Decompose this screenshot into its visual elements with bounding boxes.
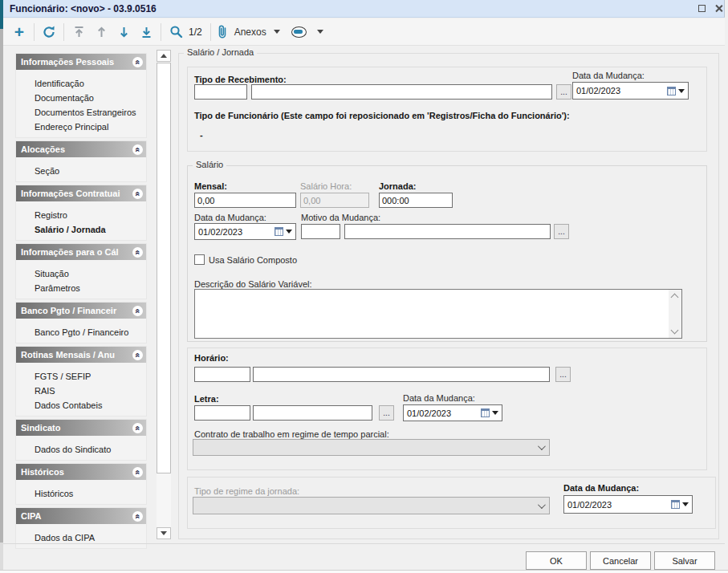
sidebar-item[interactable]: Identificação bbox=[16, 76, 146, 91]
search-button[interactable] bbox=[166, 22, 185, 43]
letra-date-field[interactable]: 01/02/2023 bbox=[403, 404, 502, 421]
sidebar-item[interactable]: Documentação bbox=[16, 91, 146, 105]
toolbar-separator bbox=[34, 23, 35, 41]
letra-lookup-button[interactable]: ... bbox=[379, 405, 394, 421]
recebimento-date-value: 01/02/2023 bbox=[573, 86, 664, 96]
collapse-chevron-icon[interactable] bbox=[132, 423, 143, 433]
anexos-dropdown-icon[interactable] bbox=[274, 30, 280, 34]
ok-button[interactable]: OK bbox=[526, 551, 587, 570]
toolbar-separator bbox=[63, 23, 64, 41]
collapse-chevron-icon[interactable] bbox=[132, 57, 143, 67]
collapse-chevron-icon[interactable] bbox=[132, 247, 143, 258]
horario-label: Horário: bbox=[194, 353, 229, 363]
collapse-chevron-icon[interactable] bbox=[132, 144, 143, 155]
sidebar-item[interactable]: FGTS / SEFIP bbox=[16, 369, 146, 384]
close-button[interactable] bbox=[714, 3, 724, 14]
print-button[interactable] bbox=[290, 22, 309, 43]
salario-date-field[interactable]: 01/02/2023 bbox=[194, 223, 296, 240]
sidebar-section-header[interactable]: Alocações bbox=[16, 141, 146, 157]
sidebar-section-header[interactable]: Sindicato bbox=[16, 420, 146, 436]
scroll-up-button[interactable] bbox=[157, 50, 171, 62]
sidebar-item[interactable]: Salário / Jornada bbox=[16, 222, 146, 237]
descricao-salario-textarea[interactable] bbox=[195, 290, 668, 338]
collapse-chevron-icon[interactable] bbox=[132, 189, 143, 199]
sidebar-section-header[interactable]: Informações Pessoais bbox=[16, 54, 146, 70]
scrollbar-thumb[interactable] bbox=[157, 63, 171, 473]
tipo-recebimento-code-input[interactable] bbox=[194, 84, 247, 100]
sidebar-scrollbar[interactable] bbox=[157, 50, 171, 539]
sidebar-section-header[interactable]: Banco Pgto / Financeir bbox=[16, 303, 146, 319]
sidebar-item[interactable]: Parâmetros bbox=[16, 281, 146, 295]
horario-lookup-button[interactable]: ... bbox=[555, 367, 571, 382]
background-window-edge bbox=[0, 0, 3, 573]
recebimento-date-field[interactable]: 01/02/2023 bbox=[572, 82, 689, 100]
save-button[interactable]: Salvar bbox=[654, 551, 715, 570]
motivo-code-input[interactable] bbox=[301, 224, 340, 239]
sidebar-item[interactable]: Seção bbox=[16, 164, 146, 178]
collapse-chevron-icon[interactable] bbox=[132, 467, 143, 478]
chevron-down-icon bbox=[671, 327, 679, 335]
page-indicator: 1/2 bbox=[189, 26, 202, 38]
employee-form-window: Funcionário: <novo> - 03.9.0516 + bbox=[0, 0, 728, 573]
refresh-button[interactable] bbox=[39, 22, 59, 43]
collapse-chevron-icon[interactable] bbox=[132, 350, 143, 360]
sidebar-item[interactable]: Históricos bbox=[16, 486, 146, 501]
motivo-lookup-button[interactable]: ... bbox=[554, 224, 569, 239]
sidebar-section-header[interactable]: Rotinas Mensais / Anu bbox=[16, 347, 146, 363]
letra-date-value: 01/02/2023 bbox=[404, 408, 478, 418]
letra-desc-input[interactable] bbox=[253, 405, 372, 421]
sidebar-section-header[interactable]: CIPA bbox=[16, 508, 146, 524]
last-record-button[interactable] bbox=[136, 22, 156, 43]
sidebar-item[interactable]: RAIS bbox=[16, 384, 146, 398]
salario-group: Salário Mensal: Salário Hora: Jornada: D… bbox=[187, 165, 707, 342]
letra-date-picker-button[interactable] bbox=[478, 405, 502, 421]
collapse-chevron-icon[interactable] bbox=[132, 511, 143, 522]
tipo-recebimento-desc-input[interactable] bbox=[251, 84, 552, 100]
regime-date-field[interactable]: 01/02/2023 bbox=[563, 495, 693, 514]
mensal-input[interactable] bbox=[194, 193, 296, 208]
horario-code-input[interactable] bbox=[194, 367, 250, 382]
anexos-label[interactable]: Anexos bbox=[234, 26, 266, 38]
sidebar-item[interactable]: Dados Contabeis bbox=[16, 398, 146, 412]
sidebar-section-title: Informações Contratuai bbox=[21, 189, 132, 198]
sidebar-section-items: SituaçãoParâmetros bbox=[16, 260, 146, 299]
triangle-down-icon bbox=[161, 531, 167, 535]
sidebar-section-header[interactable]: Históricos bbox=[16, 464, 146, 480]
sidebar-section-header[interactable]: Informações para o Cál bbox=[16, 244, 146, 260]
sidebar-item[interactable]: Registro bbox=[16, 208, 146, 222]
sidebar-section-items: RegistroSalário / Jornada bbox=[16, 201, 146, 240]
textarea-scrollbar[interactable] bbox=[669, 290, 681, 338]
scroll-down-button[interactable] bbox=[157, 527, 171, 539]
sidebar-item[interactable]: Endereço Principal bbox=[16, 120, 146, 134]
letra-code-input[interactable] bbox=[194, 405, 250, 421]
last-record-icon bbox=[140, 26, 153, 39]
window-title: Funcionário: <novo> - 03.9.0516 bbox=[10, 0, 157, 18]
maximize-button[interactable] bbox=[697, 4, 707, 14]
print-dropdown-icon[interactable] bbox=[317, 30, 323, 34]
anexos-button[interactable] bbox=[216, 22, 229, 43]
next-record-button[interactable] bbox=[114, 22, 133, 43]
sidebar-section-title: Sindicato bbox=[21, 423, 132, 433]
mensal-label: Mensal: bbox=[194, 181, 227, 191]
sidebar-section-title: CIPA bbox=[21, 511, 132, 521]
sidebar-item[interactable]: Situação bbox=[16, 266, 146, 281]
usa-salario-composto-checkbox[interactable] bbox=[194, 254, 205, 265]
add-record-button[interactable]: + bbox=[10, 22, 29, 43]
cancel-button[interactable]: Cancelar bbox=[590, 551, 651, 570]
first-record-button[interactable] bbox=[69, 22, 88, 43]
salario-date-picker-button[interactable] bbox=[271, 224, 295, 239]
tipo-recebimento-lookup-button[interactable]: ... bbox=[556, 84, 571, 100]
sidebar-item[interactable]: Documentos Estrangeiros bbox=[16, 105, 146, 120]
motivo-desc-input[interactable] bbox=[344, 224, 551, 239]
sidebar-section-header[interactable]: Informações Contratuai bbox=[16, 185, 146, 201]
collapse-chevron-icon[interactable] bbox=[132, 306, 143, 316]
sidebar-section-items: Dados da CIPA bbox=[16, 524, 146, 548]
regime-date-picker-button[interactable] bbox=[668, 496, 692, 513]
sidebar-item[interactable]: Banco Pgto / Financeiro bbox=[16, 325, 146, 339]
jornada-input[interactable] bbox=[379, 193, 453, 208]
sidebar-item[interactable]: Dados do Sindicato bbox=[16, 442, 146, 457]
recebimento-date-picker-button[interactable] bbox=[664, 83, 688, 99]
previous-record-button[interactable] bbox=[92, 22, 111, 43]
letra-label: Letra: bbox=[194, 394, 219, 404]
horario-desc-input[interactable] bbox=[253, 367, 550, 382]
